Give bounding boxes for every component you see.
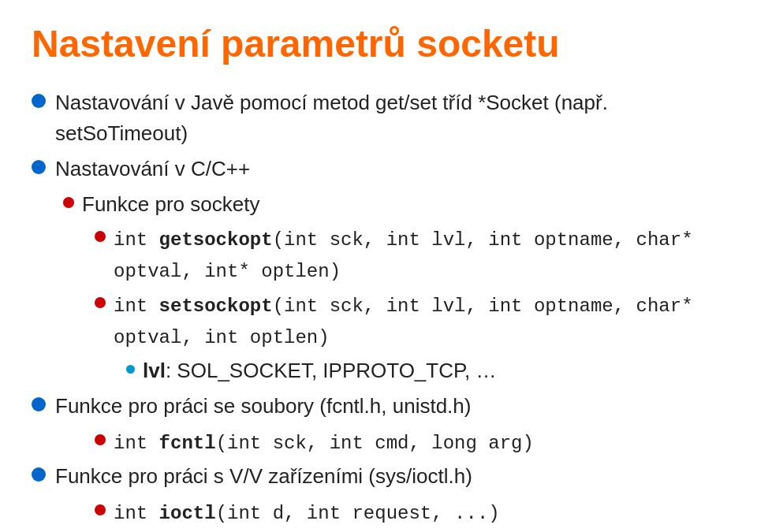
bullet-dot-l3	[95, 434, 106, 445]
bullet-dot-l3	[95, 231, 106, 242]
list-item: Nastavování v C/C++	[32, 154, 725, 184]
item-text: Nastavování v C/C++	[55, 154, 725, 184]
func-name: setsockopt	[159, 296, 273, 317]
item-text: int fcntl(int sck, int cmd, long arg)	[114, 426, 725, 458]
list-item: int setsockopt(int sck, int lvl, int opt…	[95, 289, 725, 352]
bullet-dot-l1	[32, 94, 46, 108]
item-text: lvl: SOL_SOCKET, IPPROTO_TCP, …	[143, 355, 725, 386]
item-text: Nastavování v Javě pomocí metod get/set …	[55, 87, 725, 149]
bullet-dot-l4	[126, 365, 135, 374]
code-prefix: int	[114, 433, 159, 454]
list-item: int fcntl(int sck, int cmd, long arg)	[95, 426, 725, 458]
code-prefix: int	[114, 229, 159, 251]
code-prefix: int	[114, 503, 159, 524]
bullet-dot-l1	[32, 397, 46, 411]
bullet-dot-l3	[95, 297, 106, 308]
lvl-label: lvl: SOL_SOCKET, IPPROTO_TCP, …	[143, 359, 496, 382]
code-suffix: (int d, int request, ...)	[216, 503, 500, 524]
item-text: Funkce pro práci se soubory (fcntl.h, un…	[55, 391, 725, 422]
item-text: int getsockopt(int sck, int lvl, int opt…	[114, 223, 725, 286]
bullet-dot-l3	[95, 504, 106, 515]
bullet-dot-l1	[32, 467, 46, 482]
func-name: ioctl	[159, 503, 216, 524]
list-item: Nastavování v Javě pomocí metod get/set …	[32, 87, 725, 149]
item-text: Funkce pro sockety	[82, 189, 725, 220]
code-prefix: int	[114, 296, 159, 317]
item-text: Funkce pro práci s V/V zařízeními (sys/i…	[55, 461, 725, 492]
main-content: Nastavování v Javě pomocí metod get/set …	[32, 87, 725, 528]
list-item: lvl: SOL_SOCKET, IPPROTO_TCP, …	[126, 355, 725, 386]
page-title: Nastavení parametrů socketu	[32, 24, 725, 65]
bullet-dot-l1	[32, 160, 46, 174]
list-item: Funkce pro sockety	[63, 189, 725, 220]
func-name: fcntl	[159, 433, 216, 454]
list-item: int ioctl(int d, int request, ...)	[95, 497, 725, 528]
list-item: int getsockopt(int sck, int lvl, int opt…	[95, 223, 725, 286]
code-suffix: (int sck, int cmd, long arg)	[216, 433, 534, 454]
item-text: int setsockopt(int sck, int lvl, int opt…	[114, 289, 725, 352]
bullet-dot-l2	[63, 197, 74, 208]
list-item: Funkce pro práci se soubory (fcntl.h, un…	[32, 391, 725, 422]
item-text: int ioctl(int d, int request, ...)	[114, 497, 725, 528]
func-name: getsockopt	[159, 229, 273, 251]
list-item: Funkce pro práci s V/V zařízeními (sys/i…	[32, 461, 725, 492]
